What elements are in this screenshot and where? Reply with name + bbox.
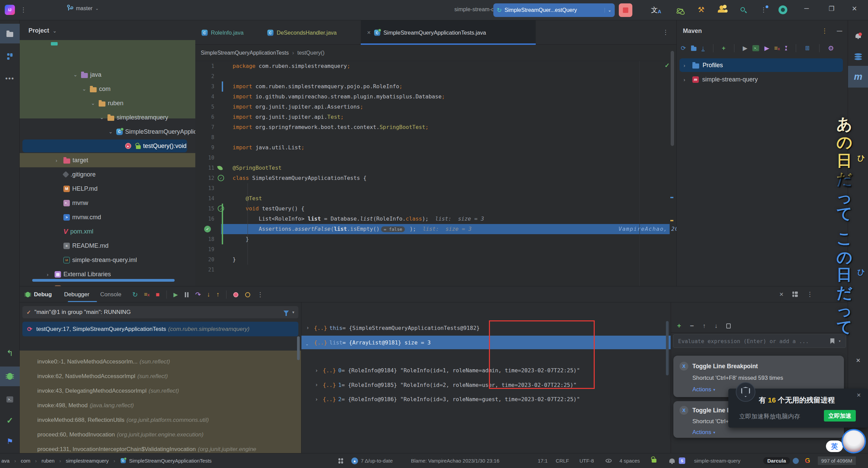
tree-chevron-icon[interactable]: › [47, 272, 52, 277]
layout-settings-icon[interactable] [792, 292, 798, 297]
tab-debugger[interactable]: Debugger [64, 291, 90, 298]
evaluate-chevron-icon[interactable]: ▾ [839, 339, 841, 343]
search-icon[interactable] [741, 7, 745, 13]
close-notification-icon[interactable]: ✕ [856, 357, 861, 364]
clear-output-icon[interactable]: ≡x [144, 291, 150, 298]
stack-frame[interactable]: invoke:43, DelegatingMethodAccessorImpl(… [22, 383, 298, 398]
close-button[interactable]: ✕ [852, 5, 857, 13]
variable-expander-icon[interactable]: ˬ [306, 339, 312, 345]
code-line-6[interactable]: 6import org.junit.jupiter.api.Test; [195, 112, 676, 122]
tree-chevron-icon[interactable]: ⌄ [100, 114, 105, 120]
resume-icon[interactable]: ▶ [174, 291, 178, 298]
debug-more-kebab-icon[interactable]: ⋮ [257, 291, 263, 298]
sidebar-item-pom-xml[interactable]: Vpom.xml [20, 224, 195, 239]
updates-widget[interactable]: ▲ 7 Δ/up-to-date [351, 453, 393, 468]
code-line-8[interactable]: 8 [195, 132, 676, 143]
view-breakpoints-icon[interactable] [233, 292, 238, 297]
toggle-offline-icon[interactable]: ≡x [774, 45, 780, 52]
download-sources-icon[interactable]: ↓ [702, 45, 705, 51]
maven-item-simple-stream-query[interactable]: ›msimple-stream-query [679, 73, 843, 86]
stack-frame[interactable]: proceed:60, MethodInvocation(org.junit.j… [22, 427, 298, 442]
rerun-debug-icon[interactable]: ↻ [132, 291, 138, 299]
sidebar-item-simplestreamqueryapplicatio[interactable]: ⌄CSimpleStreamQueryApplicatio [20, 125, 195, 139]
code-line-11[interactable]: 11@SpringBootTest [195, 163, 676, 173]
sidebar-item-help-md[interactable]: MHELP.md [20, 182, 195, 196]
tree-chevron-icon[interactable]: › [684, 77, 689, 82]
code-line-12[interactable]: 12✓class SimpleStreamQueryApplicationTes… [195, 173, 676, 183]
status-project-name[interactable]: simple-stream-query [694, 453, 741, 468]
copy-icon[interactable] [726, 323, 731, 329]
database-tool-button[interactable] [848, 47, 868, 67]
sidebar-item-readme-md[interactable]: ≡README.md [20, 239, 195, 253]
status-crumb[interactable]: ava [1, 458, 9, 464]
run-test-gutter-icon[interactable]: ✓ [218, 175, 224, 181]
evaluate-expression-input[interactable]: Evaluate expression (Enter) or add a ...… [673, 334, 846, 348]
project-tool-button[interactable] [0, 24, 20, 43]
build-tool-button[interactable]: ↰ [0, 343, 20, 363]
add-watch-icon[interactable]: + [677, 322, 681, 330]
step-out-icon[interactable]: ↑ [216, 291, 220, 298]
code-line-17[interactable]: ✓ Assertions.assertFalse(list.isEmpty()=… [195, 224, 676, 234]
breadcrumb-method[interactable]: testQuery() [297, 50, 324, 56]
filter-funnel-icon[interactable] [283, 311, 289, 314]
stream-plugin-icon[interactable]: S [679, 453, 685, 468]
step-over-icon[interactable]: ↷ [195, 291, 201, 299]
hide-panel-icon[interactable]: — [837, 28, 842, 34]
sidebar-item-mvnw-cmd[interactable]: >mvnw.cmd [20, 210, 195, 224]
commit-tool-button[interactable] [0, 46, 20, 66]
breadcrumb[interactable]: SimpleStreamQueryApplicationTests › test… [195, 45, 676, 61]
maven-item-profiles[interactable]: ›Profiles [679, 58, 843, 72]
notification-actions-link[interactable]: Actions▾ [692, 386, 715, 393]
code-line-7[interactable]: 7import org.springframework.boot.test.co… [195, 122, 676, 132]
code-editor[interactable]: 1package com.ruben.simplestreamquery;23i… [195, 61, 676, 286]
code-line-16[interactable]: 16 List<RoleInfo> list = Database.list(R… [195, 214, 676, 224]
memory-indicator[interactable]: 997 of 4096M [818, 453, 856, 468]
stack-frame[interactable]: ⟳testQuery:17, SimpleStreamQueryApplicat… [22, 322, 298, 336]
variable-expander-icon[interactable]: › [315, 396, 320, 403]
thread-selector[interactable]: ✓ "main"@1 in group "main": RUNNING ▾ [22, 306, 298, 318]
stack-frame[interactable]: invokeMethod:688, ReflectionUtils(org.ju… [22, 413, 298, 427]
file-encoding[interactable]: UTF-8 [579, 453, 594, 468]
maven-tool-button[interactable]: m [848, 66, 868, 88]
tests-passed-tool-button[interactable]: ✓ [0, 411, 20, 430]
status-crumb[interactable]: ruben [42, 458, 55, 464]
close-debug-icon[interactable]: ✕ [779, 291, 784, 298]
bookmark-icon[interactable] [830, 338, 834, 344]
sidebar-item-simple-stream-query-iml[interactable]: IJsimple-stream-query.iml [20, 253, 195, 267]
line-separator[interactable]: CRLF [556, 453, 569, 468]
sidebar-item-simplestreamquery[interactable]: ⌄simplestreamquery [20, 110, 195, 125]
stripe-mark-blue[interactable] [670, 197, 673, 198]
avatar[interactable] [778, 5, 787, 14]
sidebar-item--gitignore[interactable]: .gitignore [20, 167, 195, 182]
tab-roleinfo-java[interactable]: CRoleInfo.java [195, 20, 261, 45]
tree-chevron-icon[interactable]: ⌄ [82, 86, 87, 92]
tab-desecondshandler-java[interactable]: CDeSecondsHandler.java [261, 20, 361, 45]
status-crumb[interactable]: simplestreamquery [66, 458, 109, 464]
tree-chevron-icon[interactable]: ⌄ [91, 100, 96, 106]
ime-indicator-badge[interactable]: 英 [826, 441, 843, 452]
code-line-9[interactable]: 9import java.util.List; [195, 143, 676, 153]
chevron-down-icon[interactable]: ⌄ [53, 28, 58, 34]
stripe-mark-orange[interactable] [670, 220, 673, 221]
tree-chevron-icon[interactable]: ⌄ [73, 72, 79, 78]
step-into-icon[interactable]: ↓ [207, 291, 210, 298]
sidebar-item-com[interactable]: ⌄com [20, 82, 195, 96]
tree-chevron-icon[interactable]: › [684, 62, 689, 68]
close-tab-icon[interactable]: ✕ [367, 30, 371, 35]
reload-maven-icon[interactable]: ⟳ [681, 44, 686, 52]
tree-chevron-icon[interactable]: › [47, 286, 52, 286]
ai-widget[interactable] [338, 453, 344, 468]
plugin-atom-icon[interactable] [676, 8, 684, 14]
code-line-19[interactable]: 19 [195, 244, 676, 255]
tab-simplestreamqueryapplicationtests-java[interactable]: ✕CSimpleStreamQueryApplicationTests.java [361, 20, 536, 45]
project-h-scrollbar[interactable] [32, 279, 175, 282]
stop-button[interactable] [619, 3, 632, 17]
popup-close-icon[interactable]: ✕ [856, 392, 861, 398]
accelerate-button[interactable]: 立即加速 [824, 410, 856, 422]
maven-terminal-icon[interactable]: >_ [752, 45, 759, 51]
breadcrumb-class[interactable]: SimpleStreamQueryApplicationTests [201, 50, 289, 56]
frames-v-scrollbar[interactable] [297, 336, 300, 360]
debug-tool-button[interactable] [0, 367, 20, 386]
pause-icon[interactable] [185, 292, 189, 297]
maven-options-kebab-icon[interactable]: ⋮ [822, 27, 828, 35]
